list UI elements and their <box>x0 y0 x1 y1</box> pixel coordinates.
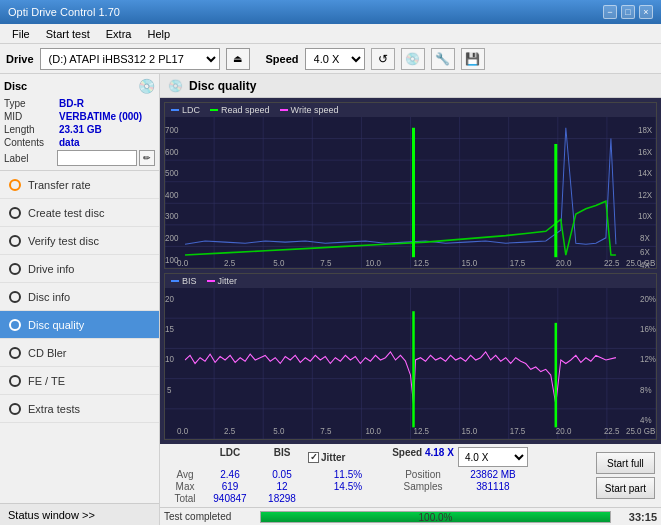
nav-disc-quality-label: Disc quality <box>28 319 84 331</box>
disc-section-label: Disc <box>4 80 27 92</box>
status-window-label: Status window >> <box>8 509 95 521</box>
progress-track: 100.0% <box>260 511 611 523</box>
svg-text:12%: 12% <box>640 354 656 365</box>
drive-select[interactable]: (D:) ATAPI iHBS312 2 PL17 <box>40 48 220 70</box>
svg-text:300: 300 <box>165 211 179 221</box>
start-full-button[interactable]: Start full <box>596 452 655 474</box>
nav-cd-bler[interactable]: CD Bler <box>0 339 159 367</box>
nav-disc-quality[interactable]: Disc quality <box>0 311 159 339</box>
jitter-checkbox[interactable]: ✓ <box>308 452 319 463</box>
ldc-chart: LDC Read speed Write speed <box>164 102 657 269</box>
svg-text:5.0: 5.0 <box>273 258 284 268</box>
bis-legend-item: BIS <box>171 276 197 286</box>
disc-quality-title: Disc quality <box>189 79 256 93</box>
disc-quality-icon <box>8 318 22 332</box>
avg-jitter: 11.5% <box>308 469 388 480</box>
cd-bler-icon <box>8 346 22 360</box>
disc-length-label: Length <box>4 124 59 135</box>
save-button[interactable]: 💾 <box>461 48 485 70</box>
nav-items: Transfer rate Create test disc Verify te… <box>0 171 159 503</box>
disc-contents-row: Contents data <box>4 137 155 148</box>
bis-chart-legend: BIS Jitter <box>165 274 656 288</box>
svg-text:10.0: 10.0 <box>365 258 381 268</box>
speed-select[interactable]: 4.0 X <box>305 48 365 70</box>
menu-help[interactable]: Help <box>139 26 178 42</box>
jitter-legend-label: Jitter <box>218 276 238 286</box>
nav-transfer-rate[interactable]: Transfer rate <box>0 171 159 199</box>
nav-fe-te[interactable]: FE / TE <box>0 367 159 395</box>
nav-create-test-disc-label: Create test disc <box>28 207 104 219</box>
action-buttons: Start full Start part <box>596 447 655 504</box>
drive-bar: Drive (D:) ATAPI iHBS312 2 PL17 ⏏ Speed … <box>0 44 661 74</box>
stats-left: LDC BIS ✓ Jitter Speed 4.18 X 4.0 X Avg … <box>166 447 592 504</box>
sidebar: Disc 💿 Type BD-R MID VERBATIMe (000) Len… <box>0 74 160 525</box>
sh-ldc: LDC <box>204 447 256 467</box>
bis-chart: BIS Jitter <box>164 273 657 440</box>
svg-text:500: 500 <box>165 168 179 178</box>
total-bis: 18298 <box>256 493 308 504</box>
verify-test-disc-icon <box>8 234 22 248</box>
disc-mid-row: MID VERBATIMe (000) <box>4 111 155 122</box>
status-text: Test completed <box>164 511 254 522</box>
nav-disc-info[interactable]: Disc info <box>0 283 159 311</box>
svg-text:600: 600 <box>165 146 179 156</box>
nav-extra-tests[interactable]: Extra tests <box>0 395 159 423</box>
menu-bar: File Start test Extra Help <box>0 24 661 44</box>
label-input[interactable] <box>57 150 137 166</box>
svg-text:16X: 16X <box>638 146 653 156</box>
close-button[interactable]: × <box>639 5 653 19</box>
disc-length-value: 23.31 GB <box>59 124 102 135</box>
minimize-button[interactable]: − <box>603 5 617 19</box>
menu-file[interactable]: File <box>4 26 38 42</box>
svg-text:10X: 10X <box>638 211 653 221</box>
avg-position-val: 23862 MB <box>458 469 528 480</box>
nav-create-test-disc[interactable]: Create test disc <box>0 199 159 227</box>
max-samples-val: 381118 <box>458 481 528 492</box>
disc-contents-value: data <box>59 137 80 148</box>
jitter-legend-dot <box>207 280 215 282</box>
disc-panel-header: Disc 💿 <box>4 78 155 94</box>
max-ldc: 619 <box>204 481 256 492</box>
extra-tests-icon <box>8 402 22 416</box>
svg-text:7.5: 7.5 <box>320 258 331 268</box>
nav-drive-info[interactable]: Drive info <box>0 255 159 283</box>
settings-button[interactable]: 🔧 <box>431 48 455 70</box>
disc-icon-button[interactable]: 💿 <box>401 48 425 70</box>
bis-chart-body: 20 15 10 5 20% 16% 12% 8% 4% 0.0 2.5 5.0 <box>165 288 656 439</box>
refresh-button[interactable]: ↺ <box>371 48 395 70</box>
read-speed-legend-dot <box>210 109 218 111</box>
svg-text:15: 15 <box>165 324 174 335</box>
title-bar: Opti Drive Control 1.70 − □ × <box>0 0 661 24</box>
ldc-chart-legend: LDC Read speed Write speed <box>165 103 656 117</box>
status-window-bar[interactable]: Status window >> <box>0 503 159 525</box>
nav-verify-test-disc-label: Verify test disc <box>28 235 99 247</box>
total-ldc: 940847 <box>204 493 256 504</box>
start-part-button[interactable]: Start part <box>596 477 655 499</box>
write-speed-legend-item: Write speed <box>280 105 339 115</box>
disc-mid-label: MID <box>4 111 59 122</box>
label-edit-button[interactable]: ✏ <box>139 150 155 166</box>
jitter-legend-item: Jitter <box>207 276 238 286</box>
avg-ldc: 2.46 <box>204 469 256 480</box>
disc-label-key: Label <box>4 153 57 164</box>
svg-text:25.0 GB: 25.0 GB <box>626 258 656 268</box>
disc-type-row: Type BD-R <box>4 98 155 109</box>
svg-text:2.5: 2.5 <box>224 258 235 268</box>
nav-verify-test-disc[interactable]: Verify test disc <box>0 227 159 255</box>
read-speed-legend-item: Read speed <box>210 105 270 115</box>
svg-text:6X: 6X <box>640 247 650 257</box>
svg-text:7.5: 7.5 <box>320 426 331 437</box>
svg-text:0.0: 0.0 <box>177 426 188 437</box>
menu-start-test[interactable]: Start test <box>38 26 98 42</box>
disc-panel: Disc 💿 Type BD-R MID VERBATIMe (000) Len… <box>0 74 159 171</box>
eject-button[interactable]: ⏏ <box>226 48 250 70</box>
speed-label: Speed <box>266 53 299 65</box>
menu-extra[interactable]: Extra <box>98 26 140 42</box>
svg-text:15.0: 15.0 <box>462 258 478 268</box>
fe-te-icon <box>8 374 22 388</box>
stats-speed-dropdown[interactable]: 4.0 X <box>458 447 528 467</box>
disc-mid-value: VERBATIMe (000) <box>59 111 142 122</box>
maximize-button[interactable]: □ <box>621 5 635 19</box>
svg-text:14X: 14X <box>638 168 653 178</box>
bis-legend-label: BIS <box>182 276 197 286</box>
